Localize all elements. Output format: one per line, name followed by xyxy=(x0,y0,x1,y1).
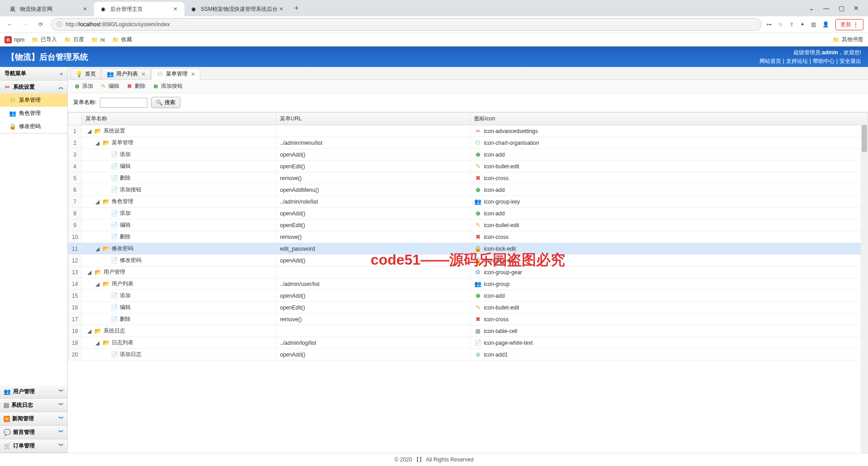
bookmark-item[interactable]: 📁rx xyxy=(91,36,105,43)
col-name[interactable]: 菜单名称 xyxy=(82,113,276,125)
panel-icon[interactable]: ▥ xyxy=(811,21,816,28)
accordion-header[interactable]: 💬留言管理︾ xyxy=(0,426,67,439)
sidebar-item[interactable]: 👥角色管理 xyxy=(0,107,67,120)
col-url[interactable]: 菜单URL xyxy=(276,113,471,125)
menu-name: 用户列表 xyxy=(112,280,133,288)
browser-tab[interactable]: ◉SSM框架物流快递管理系统后台✕ xyxy=(184,2,290,16)
row-number: 11 xyxy=(68,243,82,255)
sidebar-title: 导航菜单 xyxy=(5,70,26,77)
table-row[interactable]: 9 📄编辑 openEdit() ✎icon-bullet-edit xyxy=(68,219,868,231)
accordion-header[interactable]: ∿新闻管理︾ xyxy=(0,412,67,425)
tree-toggle-icon[interactable]: ◢ xyxy=(95,199,101,205)
table-row[interactable]: 4 📄编辑 openEdit() ✎icon-bullet-edit xyxy=(68,161,868,172)
window-dropdown-icon[interactable]: ⌄ xyxy=(809,5,814,12)
table-row[interactable]: 15 📄添加 openAdd() ⊕icon-add xyxy=(68,290,868,302)
add-action-button[interactable]: ⊕添加按钮 xyxy=(152,82,183,90)
browser-tab[interactable]: 底物流快递官网✕ xyxy=(4,2,94,16)
minimize-button[interactable]: — xyxy=(823,5,830,12)
bookmark-item[interactable]: nnpm xyxy=(5,36,24,43)
header-link[interactable]: 支持论坛 xyxy=(786,58,808,64)
accordion-header[interactable]: ▤系统日志︾ xyxy=(0,399,67,412)
bookmark-item[interactable]: 📁已导入 xyxy=(32,36,57,43)
table-row[interactable]: 10 📄删除 remove() ✖icon-cross xyxy=(68,231,868,243)
table-row[interactable]: 6 📄添加按钮 openAddMenu() ⊕icon-add xyxy=(68,184,868,196)
content-tab[interactable]: 👥用户列表✕ xyxy=(102,68,151,79)
header-link[interactable]: 帮助中心 xyxy=(813,58,835,64)
reload-button[interactable]: ⟳ xyxy=(35,19,46,30)
table-row[interactable]: 14 ◢📂用户列表 ../admin/user/list 👥icon-group xyxy=(68,278,868,290)
edit-button[interactable]: ✎编辑 xyxy=(99,82,119,90)
scrollbar[interactable] xyxy=(861,125,868,453)
tree-toggle-icon[interactable]: ◢ xyxy=(87,128,93,134)
share-icon[interactable]: ⇪ xyxy=(789,21,794,28)
other-bookmarks[interactable]: 📁 其他书签 xyxy=(833,36,863,43)
accordion-header[interactable]: 👥用户管理︾ xyxy=(0,385,67,398)
folder-icon: 📂 xyxy=(103,245,110,252)
icon-name: icon-cross xyxy=(484,175,509,181)
bookmark-bar: nnpm📁已导入📁百度📁rx📁收藏 📁 其他书签 xyxy=(0,33,868,46)
tree-toggle-icon[interactable]: ◢ xyxy=(95,281,101,287)
data-grid[interactable]: 菜单名称 菜单URL 图标icon 1 ◢📂系统设置 ✂icon-advance… xyxy=(68,112,868,453)
file-icon: 📄 xyxy=(111,151,118,158)
maximize-button[interactable]: ▢ xyxy=(839,5,844,12)
scrollbar-thumb[interactable] xyxy=(862,125,867,152)
table-row[interactable]: 20 📄添加日志 openAdd() ⊕icon-add1 xyxy=(68,349,868,361)
tree-toggle-icon[interactable]: ◢ xyxy=(95,340,101,346)
browser-tab-bar: 底物流快递官网✕◉后台管理主页✕◉SSM框架物流快递管理系统后台✕ + ⌄ — … xyxy=(0,0,868,16)
content-tab[interactable]: ⚇菜单管理✕ xyxy=(151,68,200,80)
url-input[interactable]: ⓘ http://localhost:8080/Logistics/system… xyxy=(51,18,762,31)
extensions-icon[interactable]: ✦ xyxy=(800,21,805,28)
header-link[interactable]: 安全退出 xyxy=(840,58,861,64)
tree-toggle-icon[interactable]: ◢ xyxy=(87,269,93,276)
search-button[interactable]: 🔍搜索 xyxy=(151,97,180,108)
table-row[interactable]: 16 📄编辑 openEdit() ✎icon-bullet-edit xyxy=(68,302,868,314)
cross-icon: ✖ xyxy=(474,175,481,182)
table-row[interactable]: 13 ◢📂用户管理 ⚙icon-group-gear xyxy=(68,266,868,278)
accordion-header[interactable]: ✂系统设置︽ xyxy=(0,81,67,94)
add-button[interactable]: ⊕添加 xyxy=(73,82,93,90)
header-link[interactable]: 网站首页 xyxy=(760,58,781,64)
close-window-button[interactable]: ✕ xyxy=(854,5,859,12)
table-row[interactable]: 8 📄添加 openAdd() ⊕icon-add xyxy=(68,208,868,219)
add-icon: ⊕ xyxy=(474,151,481,158)
content-tab[interactable]: 💡首页 xyxy=(71,68,101,79)
tab-close-icon[interactable]: ✕ xyxy=(81,5,89,13)
bookmark-item[interactable]: 📁百度 xyxy=(64,36,84,43)
tab-close-icon[interactable]: ✕ xyxy=(278,5,285,13)
tree-toggle-icon[interactable]: ◢ xyxy=(95,140,101,146)
menu-name: 修改密码 xyxy=(112,245,133,252)
delete-button[interactable]: ✖删除 xyxy=(126,82,146,90)
update-button[interactable]: 更新 ⋮ xyxy=(835,19,863,30)
toolbar: ⊕添加 ✎编辑 ✖删除 ⊕添加按钮 xyxy=(68,80,868,93)
accordion-header[interactable]: 🛒订单管理︾ xyxy=(0,439,67,452)
table-row[interactable]: 11 ◢📂修改密码 edit_password 🔒icon-lock-edit xyxy=(68,243,868,255)
forward-button[interactable]: → xyxy=(20,19,31,30)
browser-tab[interactable]: ◉后台管理主页✕ xyxy=(94,2,184,16)
search-input[interactable] xyxy=(100,98,147,108)
profile-icon[interactable]: 👤 xyxy=(822,21,829,28)
sidebar-item[interactable]: 🔒修改密码 xyxy=(0,120,67,133)
new-tab-button[interactable]: + xyxy=(290,2,303,14)
table-row[interactable]: 18 ◢📂系统日志 ▦icon-table-cell xyxy=(68,325,868,337)
col-icon[interactable]: 图标icon xyxy=(471,113,868,125)
table-row[interactable]: 17 📄删除 remove() ✖icon-cross xyxy=(68,314,868,325)
close-tab-icon[interactable]: ✕ xyxy=(141,71,146,77)
bookmark-item[interactable]: 📁收藏 xyxy=(112,36,132,43)
password-icon[interactable]: ⊶ xyxy=(766,21,772,28)
table-row[interactable]: 5 📄删除 remove() ✖icon-cross xyxy=(68,172,868,184)
close-tab-icon[interactable]: ✕ xyxy=(191,71,195,77)
tree-toggle-icon[interactable]: ◢ xyxy=(95,246,101,252)
sidebar-item[interactable]: ⚇菜单管理 xyxy=(0,94,67,107)
table-row[interactable]: 12 📄修改密码 openAdd() 🔒icon-lock-edit xyxy=(68,255,868,266)
tab-close-icon[interactable]: ✕ xyxy=(172,5,179,13)
table-row[interactable]: 1 ◢📂系统设置 ✂icon-advancedsettings xyxy=(68,125,868,137)
table-row[interactable]: 19 ◢📂日志列表 ../admin/log/list 📄icon-page-w… xyxy=(68,337,868,349)
accordion-label: 订单管理 xyxy=(13,442,35,450)
back-button[interactable]: ← xyxy=(5,19,15,30)
table-row[interactable]: 7 ◢📂角色管理 ../admin/role/list 👥icon-group-… xyxy=(68,196,868,208)
collapse-sidebar-icon[interactable]: « xyxy=(60,71,63,77)
tree-toggle-icon[interactable]: ◢ xyxy=(87,328,93,334)
table-row[interactable]: 3 📄添加 openAdd() ⊕icon-add xyxy=(68,149,868,161)
star-icon[interactable]: ☆ xyxy=(778,21,783,28)
table-row[interactable]: 2 ◢📂菜单管理 ../admin/menu/list ⚇icon-chart-… xyxy=(68,137,868,149)
